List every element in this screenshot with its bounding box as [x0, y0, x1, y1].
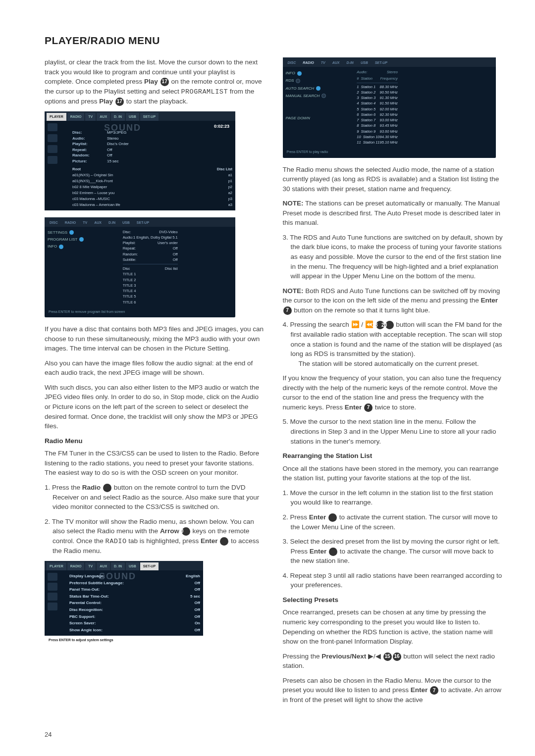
progr-icon [48, 134, 57, 142]
right-step4: 4. Pressing the search ⏩ / ⏪ 1820 button… [283, 320, 503, 368]
video2-icon [48, 603, 57, 610]
note2: NOTE: Both RDS and Auto Tune functions c… [283, 286, 503, 315]
music-icon [48, 145, 57, 153]
screenshot-radio-menu: DISC RADIO TV AUX D-IN USB SET-UP INFO R… [283, 57, 496, 158]
page-title: PLAYER/RADIO MENU [45, 35, 503, 47]
rearrange-step3: 3. Select the desired preset from the li… [283, 537, 503, 566]
badge-1: 1 [103, 484, 111, 492]
badge-7c: 7 [364, 403, 373, 412]
badge-7f: 7 [430, 686, 438, 695]
info-icon [48, 123, 57, 131]
badge-17b: 17 [115, 98, 124, 106]
note1: NOTE: The stations can be preset automat… [283, 199, 503, 228]
radio-step2: 2. The TV monitor will show the Radio me… [45, 517, 265, 556]
video-icon [48, 593, 57, 601]
badge-10: 10 [182, 527, 190, 536]
such-discs-paragraph: With such discs, you can also either lis… [45, 383, 265, 431]
badge-7b: 7 [283, 306, 292, 315]
left-column: playlist, or clear the track from the li… [45, 57, 265, 710]
right-step5: 5. Move the cursor to the next station l… [283, 417, 503, 446]
rearrange-paragraph: Once all the stations have been stored i… [283, 464, 503, 483]
selecting-heading: Selecting Presets [283, 595, 503, 605]
picture-icon [48, 156, 57, 164]
images-follow-paragraph: Also you can have the image files follow… [45, 358, 265, 378]
right-step3: 3. The RDS and Auto Tune functions are s… [283, 233, 503, 281]
screenshot-setup: PLAYER RADIO TV AUX D. IN USB SET-UP [45, 561, 203, 646]
screenshot-program-list: DISC RADIO TV AUX D.IN USB SET-UP SETTIN… [45, 217, 235, 318]
badge-7e: 7 [329, 548, 337, 556]
system-icon [48, 573, 57, 581]
badge-15: 15 [383, 653, 392, 661]
screenshot-player-mp3: PLAYER RADIO TV AUX D. IN USB SET-UP [45, 111, 235, 210]
rearrange-step2: 2. Press Enter 7 to activate the current… [283, 512, 503, 532]
fmtuner-paragraph: The FM Tuner in the CS3/CS5 can be used … [45, 449, 265, 478]
rearrange-step4: 4. Repeat step 3 until all radio station… [283, 571, 503, 590]
audio-icon [48, 583, 57, 591]
badge-20: 20 [385, 321, 394, 329]
rearrange-step1: 1. Move the cursor in the left column in… [283, 488, 503, 507]
badge-7d: 7 [328, 513, 337, 522]
radio-menu-heading: Radio Menu [45, 436, 265, 446]
page-number: 24 [45, 731, 52, 738]
radio-step1: 1. Press the Radio 1 button on the remot… [45, 483, 265, 512]
intro-paragraph: playlist, or clear the track from the li… [45, 57, 265, 106]
badge-16: 16 [393, 653, 401, 661]
selecting-paragraph: Once rearranged, presets can be chosen a… [283, 607, 503, 646]
presets-paragraph: Presets can also be chosen in the Radio … [283, 676, 503, 705]
right-column: DISC RADIO TV AUX D-IN USB SET-UP INFO R… [283, 57, 503, 710]
badge-7: 7 [220, 537, 228, 546]
freq-paragraph: If you know the frequency of your statio… [283, 373, 503, 412]
badge-17: 17 [160, 78, 169, 86]
rearranging-heading: Rearranging the Station List [283, 451, 503, 461]
radio-menu-shows: The Radio menu shows the selected Audio … [283, 165, 503, 194]
prevnext-paragraph: Pressing the Previous/Next ▶/◀ 1516 butt… [283, 652, 503, 671]
mp3-jpeg-paragraph: If you have a disc that contains both MP… [45, 324, 265, 353]
